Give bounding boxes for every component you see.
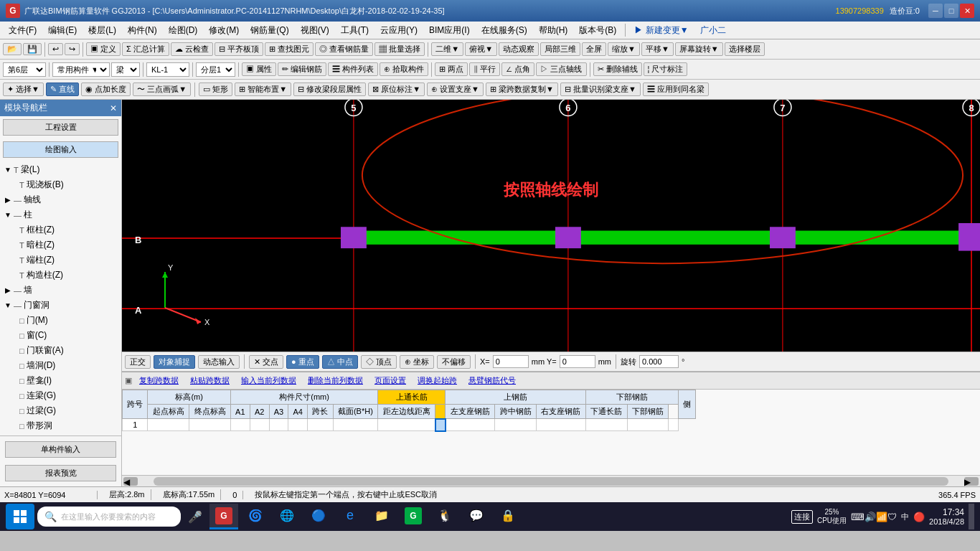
tb-calc[interactable]: Σ 汇总计算 — [122, 42, 169, 56]
search-bar[interactable]: 🔍 在这里输入你要搜索的内容 — [37, 507, 181, 527]
tree-lintelbeam[interactable]: □ 过梁(G) — [1, 403, 120, 418]
cell-a2[interactable] — [250, 419, 269, 431]
scroll-right-btn[interactable]: ▶ — [964, 477, 979, 486]
menu-tools[interactable]: 工具(T) — [335, 23, 374, 38]
cell-span-num[interactable]: 1 — [123, 419, 148, 431]
tb3-smartlayout[interactable]: ⊞ 智能布置▼ — [235, 83, 291, 96]
setup-button[interactable]: 工程设置 — [3, 119, 118, 136]
taskbar-app-glodon[interactable]: G — [399, 504, 428, 529]
tb-batchsel[interactable]: ▦ 批量选择 — [374, 42, 425, 56]
tb3-setsupport[interactable]: ⊕ 设置支座▼ — [427, 83, 484, 96]
tree-niche[interactable]: □ 壁龛(I) — [1, 373, 120, 388]
tb3-ptlen[interactable]: ◉ 点加长度 — [81, 83, 131, 96]
tb-dynview[interactable]: 动态观察 — [499, 42, 539, 56]
floor-select[interactable]: 第6层 — [3, 62, 46, 77]
voice-icon[interactable]: 🎤 — [184, 505, 207, 528]
cell-span-len[interactable] — [308, 419, 333, 431]
tb-pan[interactable]: 平移▼ — [641, 42, 674, 56]
tb-complist[interactable]: ☰ 构件列表 — [328, 62, 378, 76]
paste-span-btn[interactable]: 粘贴跨数据 — [186, 375, 234, 387]
tb-property[interactable]: ▣ 属性 — [242, 62, 276, 76]
menu-edit[interactable]: 编辑(E) — [42, 23, 83, 38]
taskbar-app-folder[interactable]: 📁 — [367, 504, 396, 529]
taskbar-app-main[interactable]: G — [209, 504, 238, 529]
taskbar-app-fan[interactable]: 🌀 — [241, 504, 270, 529]
tb-2d[interactable]: 二维▼ — [431, 42, 463, 56]
tree-beam-L[interactable]: ▼ T 梁(L) — [1, 162, 120, 177]
tree-wall[interactable]: ▶ — 墙 — [1, 283, 120, 298]
menu-version[interactable]: 版本号(B) — [573, 23, 622, 38]
scroll-left-btn[interactable]: ◀ — [123, 477, 138, 486]
menu-help[interactable]: 帮助(H) — [533, 23, 574, 38]
cell-mid-rebar[interactable] — [495, 419, 537, 431]
tb3-modifylayer[interactable]: ⊟ 修改梁段层属性 — [293, 83, 366, 96]
cell-bottom-rebar[interactable] — [627, 419, 669, 431]
tb3-rect[interactable]: ▭ 矩形 — [199, 83, 232, 96]
snap-nooffset[interactable]: 不偏移 — [437, 355, 471, 369]
tb-redo[interactable]: ↪ — [65, 43, 80, 55]
snap-vertex[interactable]: ◇ 顶点 — [361, 355, 397, 369]
tb-save[interactable]: 💾 — [23, 43, 42, 55]
tb-dimmark[interactable]: ¦ 尺寸标注 — [644, 62, 688, 76]
tb-delauxline[interactable]: ✂ 删除辅线 — [593, 62, 642, 76]
snap-heavy[interactable]: ● 重点 — [286, 355, 319, 369]
tb3-arc[interactable]: 〜 三点画弧▼ — [133, 83, 191, 96]
start-button[interactable] — [6, 504, 34, 529]
tb3-line[interactable]: ✎ 直线 — [46, 83, 79, 96]
tree-door[interactable]: □ 门(M) — [1, 313, 120, 328]
tb-twopts[interactable]: ⊞ 两点 — [435, 62, 468, 76]
cell-right-support[interactable] — [537, 419, 586, 431]
menu-bim[interactable]: BIM应用(I) — [423, 23, 476, 38]
horizontal-scrollbar[interactable]: ◀ ▶ — [122, 475, 980, 486]
report-button[interactable]: 报表预览 — [5, 465, 116, 481]
scroll-thumb[interactable] — [154, 477, 948, 486]
tb-viewrebar[interactable]: ◎ 查看钢筋量 — [315, 42, 373, 56]
tree-cast-board[interactable]: T 现浇板(B) — [1, 177, 120, 192]
tree-doorwindow[interactable]: □ 门联窗(A) — [1, 343, 120, 358]
tree-wallhole[interactable]: □ 墙洞(D) — [1, 358, 120, 373]
tree-column[interactable]: ▼ — 柱 — [1, 207, 120, 222]
tb-3ptaxis[interactable]: ▷ 三点轴线 — [536, 62, 586, 76]
del-col-btn[interactable]: 删除当前列数据 — [303, 375, 367, 387]
tb-fullscreen[interactable]: 全屏 — [582, 42, 606, 56]
page-setup-btn[interactable]: 页面设置 — [370, 375, 410, 387]
cell-a4[interactable] — [288, 419, 308, 431]
minimize-button[interactable]: ─ — [928, 4, 943, 18]
taskbar-app-browser2[interactable]: 🔵 — [304, 504, 333, 529]
component-type-select[interactable]: 常用构件 ▼ — [52, 62, 110, 77]
cell-section[interactable] — [333, 419, 378, 431]
menu-draw[interactable]: 绘图(D) — [163, 23, 204, 38]
tree-stripehole[interactable]: □ 带形洞 — [1, 418, 120, 433]
menu-floor[interactable]: 楼层(L) — [83, 23, 122, 38]
tb3-select[interactable]: ✦ 选择▼ — [3, 83, 44, 96]
menu-newchange[interactable]: ▶ 新建变更▼ — [628, 23, 694, 38]
x-input[interactable] — [493, 355, 529, 368]
y-input[interactable] — [560, 355, 595, 368]
expand-icon[interactable]: ▼ — [4, 166, 11, 174]
taskbar-app-sec[interactable]: 🔒 — [494, 504, 522, 529]
tb-selectfloor[interactable]: 选择楼层 — [725, 42, 765, 56]
tb3-original[interactable]: ⊠ 原位标注▼ — [368, 83, 425, 96]
snap-coord[interactable]: ⊕ 坐标 — [400, 355, 434, 369]
maximize-button[interactable]: □ — [944, 4, 958, 18]
tree-doorwin[interactable]: ▼ — 门窗洞 — [1, 298, 120, 313]
menu-modify[interactable]: 修改(M) — [203, 23, 245, 38]
menu-component[interactable]: 构件(N) — [122, 23, 163, 38]
tb-pickup[interactable]: ⊕ 拾取构件 — [380, 62, 428, 76]
table-scroll[interactable]: 跨号 标高(m) 构件尺寸(mm) 上通长筋 上钢筋 下部钢筋 侧 起点标高 终… — [122, 390, 980, 475]
draw-input-button[interactable]: 绘图输入 — [3, 141, 118, 158]
tb-undo[interactable]: ↩ — [48, 43, 63, 55]
snap-object[interactable]: 对象捕捉 — [154, 355, 195, 369]
component-select[interactable]: 梁 — [111, 62, 140, 77]
rotate-input[interactable] — [639, 355, 679, 368]
tree-darkcol[interactable]: T 暗柱(Z) — [1, 237, 120, 253]
tree-window[interactable]: □ 窗(C) — [1, 328, 120, 343]
input-col-btn[interactable]: 输入当前列数据 — [237, 375, 301, 387]
cell-a1[interactable] — [230, 419, 250, 431]
snap-midpoint[interactable]: △ 中点 — [322, 355, 358, 369]
tree-framecol[interactable]: T 框柱(Z) — [1, 222, 120, 237]
tb-topview[interactable]: 俯视▼ — [465, 42, 497, 56]
cell-start-h[interactable] — [148, 419, 189, 431]
menu-file[interactable]: 文件(F) — [3, 23, 42, 38]
cell-top-through[interactable] — [435, 419, 446, 431]
